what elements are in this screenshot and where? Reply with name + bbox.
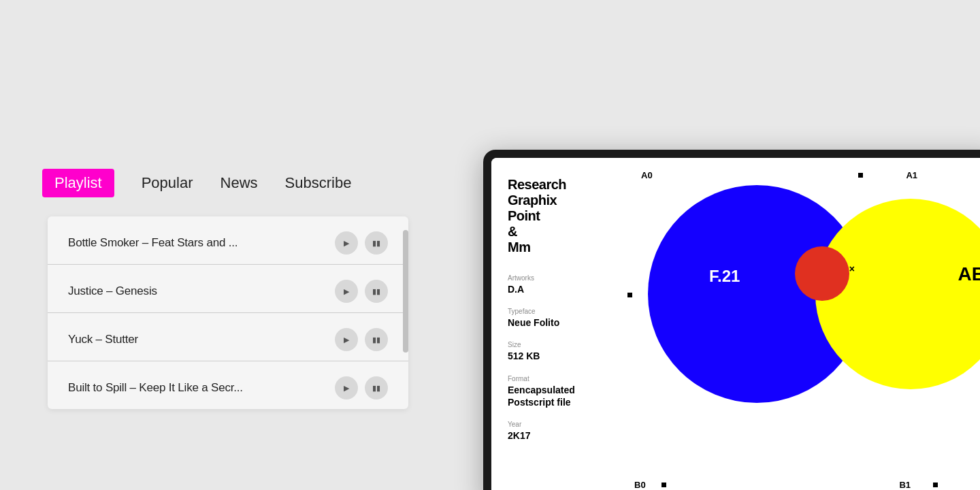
grid-label-a0: A0 <box>641 170 653 180</box>
size-value: 512 KB <box>508 350 540 361</box>
format-label: Format <box>508 375 611 382</box>
tab-subscribe[interactable]: Subscribe <box>285 174 352 192</box>
size-row: Size 512 KB <box>508 341 611 362</box>
pause-button[interactable]: ▮▮ <box>365 231 388 255</box>
track-title: Yuck – Stutter <box>68 333 335 346</box>
year-label: Year <box>508 421 611 428</box>
tab-playlist[interactable]: Playlist <box>42 169 114 197</box>
tablet-container: ResearchGraphixPoint&Mm Artworks D.A Typ… <box>483 150 980 490</box>
list-item: Yuck – Stutter ▶ ▮▮ <box>48 313 408 361</box>
year-value: 2K17 <box>508 430 530 441</box>
size-label: Size <box>508 341 611 348</box>
track-controls: ▶ ▮▮ <box>335 231 388 255</box>
tab-news[interactable]: News <box>220 174 258 192</box>
play-button[interactable]: ▶ <box>335 231 358 255</box>
nav-tabs: Playlist Popular News Subscribe <box>42 169 351 197</box>
pause-button[interactable]: ▮▮ <box>365 376 388 399</box>
typeface-label: Typeface <box>508 308 611 315</box>
list-item: Justice – Genesis ▶ ▮▮ <box>48 265 408 313</box>
tablet-frame: ResearchGraphixPoint&Mm Artworks D.A Typ… <box>483 150 980 490</box>
typeface-value: Neue Folito <box>508 317 559 328</box>
grid-label-b1: B1 <box>899 480 911 490</box>
grid-label-b0: B0 <box>634 480 646 490</box>
chart-area: A0 A1 F.21 × AB B0 B1 <box>627 158 980 490</box>
grid-dot-left <box>627 293 632 297</box>
tablet-screen: ResearchGraphixPoint&Mm Artworks D.A Typ… <box>491 158 980 490</box>
playlist-card: Bottle Smoker – Feat Stars and ... ▶ ▮▮ … <box>48 216 408 409</box>
tab-popular[interactable]: Popular <box>142 174 193 192</box>
track-controls: ▶ ▮▮ <box>335 328 388 351</box>
track-controls: ▶ ▮▮ <box>335 376 388 399</box>
pause-button[interactable]: ▮▮ <box>365 328 388 351</box>
play-button[interactable]: ▶ <box>335 328 358 351</box>
grid-dot-top-mid <box>858 173 863 178</box>
circle-red <box>795 246 849 301</box>
track-controls: ▶ ▮▮ <box>335 280 388 303</box>
artworks-row: Artworks D.A <box>508 274 611 295</box>
grid-dot-b0 <box>662 483 666 487</box>
chart-label-f21: F.21 <box>709 267 740 286</box>
chart-label-ab: AB <box>958 263 980 285</box>
track-title: Justice – Genesis <box>68 284 335 298</box>
list-item: Built to Spill – Keep It Like a Secr... … <box>48 361 408 409</box>
chart-label-x: × <box>849 263 855 274</box>
grid-dot-b1 <box>933 483 938 487</box>
left-panel: Playlist Popular News Subscribe Bottle S… <box>0 0 422 490</box>
grid-label-a1: A1 <box>906 170 917 180</box>
info-panel: ResearchGraphixPoint&Mm Artworks D.A Typ… <box>491 158 627 490</box>
artworks-value: D.A <box>508 284 524 295</box>
track-title: Built to Spill – Keep It Like a Secr... <box>68 381 335 395</box>
play-button[interactable]: ▶ <box>335 376 358 399</box>
play-button[interactable]: ▶ <box>335 280 358 303</box>
format-value: EencapsulatedPostscript file <box>508 385 575 408</box>
artworks-label: Artworks <box>508 274 611 282</box>
track-title: Bottle Smoker – Feat Stars and ... <box>68 236 335 250</box>
format-row: Format EencapsulatedPostscript file <box>508 375 611 408</box>
pause-button[interactable]: ▮▮ <box>365 280 388 303</box>
typeface-row: Typeface Neue Folito <box>508 308 611 329</box>
info-title: ResearchGraphixPoint&Mm <box>508 177 611 255</box>
year-row: Year 2K17 <box>508 421 611 442</box>
list-item: Bottle Smoker – Feat Stars and ... ▶ ▮▮ <box>48 216 408 265</box>
